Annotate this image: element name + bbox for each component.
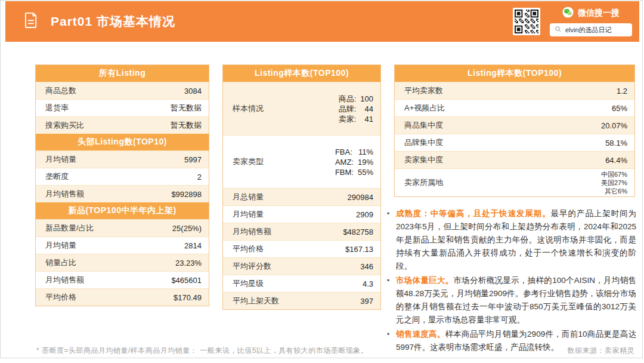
row-label: 垄断度 (45, 171, 69, 182)
row-label: 月均销售额 (45, 275, 84, 285)
table-row: 月均销售额$992898 (36, 185, 209, 202)
search-icon (555, 24, 562, 35)
document-icon (21, 10, 41, 33)
row-value: 346 (360, 262, 373, 271)
row-value: 2 (197, 173, 202, 182)
row-label: 平均价格 (45, 292, 76, 303)
table-row: 新品数量/占比25(25%) (36, 219, 209, 236)
table-row: 平均星级4.3 (223, 275, 380, 292)
row-label: 平均卖家数 (404, 85, 443, 96)
page-title: Part01 市场基本情况 (51, 13, 175, 30)
wechat-icon (562, 7, 574, 20)
table-row: 平均价格$170.49 (36, 288, 209, 306)
right-column: Listing样本数(TOP100)平均卖家数1.2A+视频占比65%商品集中度… (394, 64, 635, 355)
table-row: 月均销售额$465601 (36, 271, 209, 288)
row-value: 58.1% (605, 139, 627, 147)
row-value: 商品:100品牌:44卖家:41 (339, 94, 373, 124)
row-label: 卖家集中度 (404, 155, 443, 165)
row-label: 平均星级 (233, 278, 264, 289)
footer: * 垄断度=头部商品月均销量/样本商品月均销量： 一般来说，比值5以上，具有较大… (1, 346, 644, 356)
row-label: 平均上架天数 (233, 296, 279, 306)
wechat-search-box[interactable]: elvin的选品日记 (550, 23, 632, 36)
table-row: 卖家所属地中国67%美国27%其它6% (395, 168, 634, 196)
row-label: 搜索购买比 (45, 120, 84, 131)
metrics-listing-table: Listing样本数(TOP100)平均卖家数1.2A+视频占比65%商品集中度… (394, 64, 635, 197)
row-value: 65% (612, 104, 627, 113)
insight-lead: 市场体量巨大。 (396, 276, 454, 285)
row-value: $170.49 (174, 293, 202, 302)
table-row: 商品总数3084 (36, 82, 209, 99)
row-label: 新品数量/占比 (45, 223, 94, 233)
row-value: 23.23% (175, 259, 202, 267)
row-label: 平均评分数 (233, 261, 271, 272)
table-row: A+视频占比65% (395, 99, 634, 116)
row-label: 卖家所属地 (404, 177, 443, 188)
row-value: 2909 (356, 210, 373, 219)
row-value: 3084 (184, 87, 202, 96)
qr-code (513, 8, 540, 35)
table-row: 平均上架天数397 (223, 292, 380, 309)
insight-text: 成熟度：中等偏高，且处于快速发展期。最早的产品上架时间为2023年5月，但上架时… (396, 207, 636, 273)
insights-list: •成熟度：中等偏高，且处于快速发展期。最早的产品上架时间为2023年5月，但上架… (387, 207, 636, 354)
row-value: 20.07% (601, 121, 627, 130)
row-value: $465601 (171, 276, 202, 285)
table-row: 品牌集中度58.1% (395, 134, 634, 151)
row-label: 月均销量 (45, 240, 76, 251)
table-row: 平均评分数346 (223, 257, 380, 275)
topbar: Part01 市场基本情况 (5, 1, 639, 42)
table-row: 卖家类型FBA:11%AMZ:19%FBM:55% (223, 135, 380, 188)
row-value: 5997 (184, 155, 202, 164)
bullet-dot: • (387, 274, 396, 327)
table-row: 月均销量2814 (36, 236, 209, 254)
row-label: 月均销售额 (45, 189, 84, 199)
row-label: 销量占比 (45, 257, 76, 268)
table-section-header: 所有Listing (36, 65, 209, 82)
table-section-header: 新品(TOP100中半年内上架) (36, 202, 209, 219)
table-row: 销量占比23.23% (36, 254, 209, 271)
row-value: 2814 (184, 241, 202, 250)
row-label: 平均价格 (233, 244, 264, 254)
insight-item: •市场体量巨大。市场分析概况显示，抽样的100个AISIN，月均销售额48.28… (387, 274, 636, 327)
row-value: FBA:11%AMZ:19%FBM:55% (335, 147, 373, 177)
row-label: 月均销售额 (233, 226, 271, 237)
topbar-right: 微信搜一搜 elvin的选品日记 (513, 7, 639, 36)
sample-listing-table: Listing样本数(TOP100)样本情况商品:100品牌:44卖家:41卖家… (222, 64, 381, 310)
row-value: $482758 (343, 227, 373, 236)
row-label: 月总销量 (233, 192, 264, 202)
row-label: 退货率 (45, 103, 69, 113)
row-value: 暂无数据 (171, 103, 202, 113)
wechat-search-block: 微信搜一搜 elvin的选品日记 (550, 7, 632, 36)
bullet-dot: • (387, 207, 396, 273)
footnote: * 垄断度=头部商品月均销量/样本商品月均销量： 一般来说，比值5以上，具有较大… (36, 346, 368, 356)
table-row: 月总销量290984 (223, 188, 380, 205)
table-row: 样本情况商品:100品牌:44卖家:41 (223, 82, 380, 135)
table-row: 月均销售额$482758 (223, 223, 380, 240)
row-label: 月均销量 (45, 154, 76, 165)
wechat-search-row: 微信搜一搜 (562, 7, 620, 20)
row-value: 64.4% (605, 156, 627, 165)
search-account-text: elvin的选品日记 (565, 26, 612, 35)
table-row: 搜索购买比暂无数据 (36, 116, 209, 134)
insight-lead: 销售速度高。 (396, 330, 445, 339)
table-row: 退货率暂无数据 (36, 99, 209, 116)
row-label: A+视频占比 (404, 103, 445, 113)
row-value: $167.13 (345, 245, 373, 254)
row-label: 商品总数 (45, 85, 76, 96)
row-value: 中国67%美国27%其它6% (601, 170, 627, 195)
table-row: 平均价格$167.13 (223, 240, 380, 257)
all-listing-table: 所有Listing商品总数3084退货率暂无数据搜索购买比暂无数据头部Listi… (35, 64, 209, 306)
table-row: 商品集中度20.07% (395, 116, 634, 134)
insight-lead: 成熟度：中等偏高，且处于快速发展期。 (396, 209, 551, 218)
row-value: 4.3 (363, 279, 373, 288)
row-label: 月均销量 (233, 209, 264, 220)
table-row: 月均销量2909 (223, 205, 380, 223)
table-row: 平均卖家数1.2 (395, 82, 634, 99)
report-page: Part01 市场基本情况 (0, 0, 643, 358)
row-label: 卖家类型 (233, 156, 264, 167)
table-section-header: Listing样本数(TOP100) (223, 65, 380, 82)
row-value: 暂无数据 (171, 120, 202, 131)
insight-text: 市场体量巨大。市场分析概况显示，抽样的100个AISIN，月均销售额48.28万… (396, 274, 636, 327)
row-value: 25(25%) (172, 224, 202, 233)
data-source: 数据来源：卖家精灵 (568, 346, 635, 356)
table-section-header: 头部Listing数(TOP10) (36, 134, 209, 150)
